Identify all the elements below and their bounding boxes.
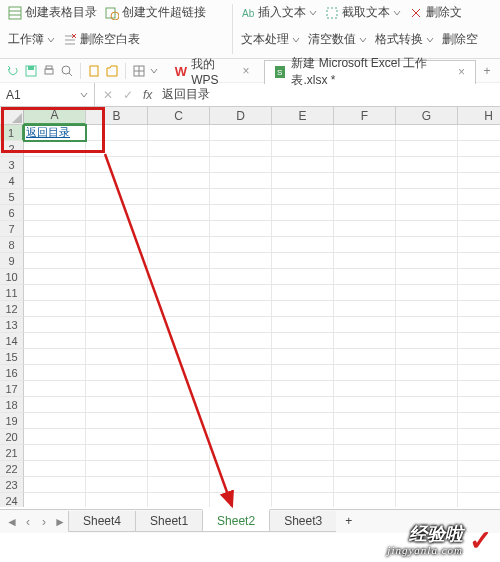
cell[interactable] xyxy=(396,445,458,461)
cell[interactable] xyxy=(24,349,86,365)
cell[interactable] xyxy=(272,253,334,269)
close-tab-icon[interactable]: × xyxy=(456,65,467,79)
row-header[interactable]: 24 xyxy=(0,493,24,507)
cell[interactable] xyxy=(86,445,148,461)
cell[interactable] xyxy=(334,141,396,157)
cell[interactable] xyxy=(334,493,396,507)
cell[interactable] xyxy=(272,381,334,397)
cell[interactable] xyxy=(396,413,458,429)
cell[interactable] xyxy=(148,253,210,269)
cell[interactable] xyxy=(148,269,210,285)
cell[interactable] xyxy=(396,269,458,285)
cell[interactable] xyxy=(334,429,396,445)
cell[interactable] xyxy=(334,205,396,221)
capture-text-button[interactable]: 截取文本 xyxy=(321,0,405,25)
spreadsheet-grid[interactable]: ABCDEFGH 1234567891011121314151617181920… xyxy=(0,107,500,507)
cell[interactable] xyxy=(272,125,334,141)
cell[interactable] xyxy=(148,413,210,429)
cell[interactable] xyxy=(86,477,148,493)
cell[interactable] xyxy=(148,445,210,461)
cell[interactable] xyxy=(272,237,334,253)
row-header[interactable]: 11 xyxy=(0,285,24,301)
cell[interactable] xyxy=(458,381,500,397)
cell[interactable] xyxy=(210,141,272,157)
cell[interactable] xyxy=(396,189,458,205)
row-header[interactable]: 5 xyxy=(0,189,24,205)
cell[interactable] xyxy=(86,285,148,301)
row-header[interactable]: 1 xyxy=(0,125,24,141)
clear-values-menu[interactable]: 清空数值 xyxy=(304,27,371,52)
cell[interactable] xyxy=(458,317,500,333)
row-header[interactable]: 13 xyxy=(0,317,24,333)
cell[interactable] xyxy=(210,477,272,493)
cell[interactable] xyxy=(458,269,500,285)
cell[interactable] xyxy=(334,445,396,461)
cell[interactable] xyxy=(458,477,500,493)
row-header[interactable]: 23 xyxy=(0,477,24,493)
cell[interactable] xyxy=(148,349,210,365)
cell[interactable] xyxy=(272,429,334,445)
cell[interactable] xyxy=(458,333,500,349)
cell[interactable] xyxy=(210,189,272,205)
cell[interactable] xyxy=(86,157,148,173)
cell[interactable] xyxy=(148,157,210,173)
cell[interactable] xyxy=(458,253,500,269)
row-header[interactable]: 14 xyxy=(0,333,24,349)
cell[interactable] xyxy=(334,413,396,429)
cell[interactable] xyxy=(396,285,458,301)
cell[interactable] xyxy=(24,269,86,285)
cell[interactable] xyxy=(86,365,148,381)
cell[interactable] xyxy=(458,429,500,445)
cell[interactable] xyxy=(396,333,458,349)
cell[interactable] xyxy=(148,141,210,157)
text-processing-menu[interactable]: 文本处理 xyxy=(237,27,304,52)
cell[interactable] xyxy=(148,237,210,253)
cell[interactable] xyxy=(24,253,86,269)
cell[interactable] xyxy=(458,157,500,173)
cell[interactable] xyxy=(24,237,86,253)
cell[interactable] xyxy=(86,413,148,429)
sheet-tab-sheet1[interactable]: Sheet1 xyxy=(135,511,203,532)
new-icon[interactable] xyxy=(87,64,101,78)
cell[interactable] xyxy=(272,317,334,333)
cell[interactable] xyxy=(210,493,272,507)
save-icon[interactable] xyxy=(24,64,38,78)
cell[interactable] xyxy=(458,205,500,221)
cell[interactable] xyxy=(334,301,396,317)
cell[interactable] xyxy=(210,349,272,365)
cell[interactable] xyxy=(24,173,86,189)
delete-blank-rows-button[interactable]: 删除空白表 xyxy=(59,27,144,52)
cell[interactable] xyxy=(148,461,210,477)
cell[interactable] xyxy=(396,477,458,493)
name-box[interactable]: A1 xyxy=(0,83,95,106)
cell[interactable] xyxy=(334,381,396,397)
cell-link[interactable]: 返回目录 xyxy=(26,125,70,140)
cell[interactable] xyxy=(272,349,334,365)
cell[interactable] xyxy=(24,285,86,301)
sheet-tab-sheet3[interactable]: Sheet3 xyxy=(269,511,337,532)
cell[interactable] xyxy=(272,173,334,189)
cell[interactable] xyxy=(86,317,148,333)
cell[interactable] xyxy=(334,269,396,285)
cell[interactable] xyxy=(148,285,210,301)
column-header[interactable]: B xyxy=(86,107,148,125)
cell[interactable] xyxy=(334,397,396,413)
add-sheet-button[interactable]: + xyxy=(336,511,361,532)
row-header[interactable]: 8 xyxy=(0,237,24,253)
cell[interactable] xyxy=(24,301,86,317)
cell[interactable] xyxy=(272,285,334,301)
row-header[interactable]: 9 xyxy=(0,253,24,269)
row-header[interactable]: 20 xyxy=(0,429,24,445)
cell[interactable] xyxy=(24,157,86,173)
cell[interactable] xyxy=(334,461,396,477)
cell[interactable] xyxy=(148,493,210,507)
row-header[interactable]: 3 xyxy=(0,157,24,173)
cell[interactable] xyxy=(24,333,86,349)
cell[interactable] xyxy=(24,397,86,413)
cell[interactable] xyxy=(396,301,458,317)
column-header[interactable]: E xyxy=(272,107,334,125)
sheet-tab-sheet4[interactable]: Sheet4 xyxy=(68,511,136,532)
cell[interactable] xyxy=(458,237,500,253)
cell[interactable] xyxy=(24,221,86,237)
cell[interactable] xyxy=(86,141,148,157)
